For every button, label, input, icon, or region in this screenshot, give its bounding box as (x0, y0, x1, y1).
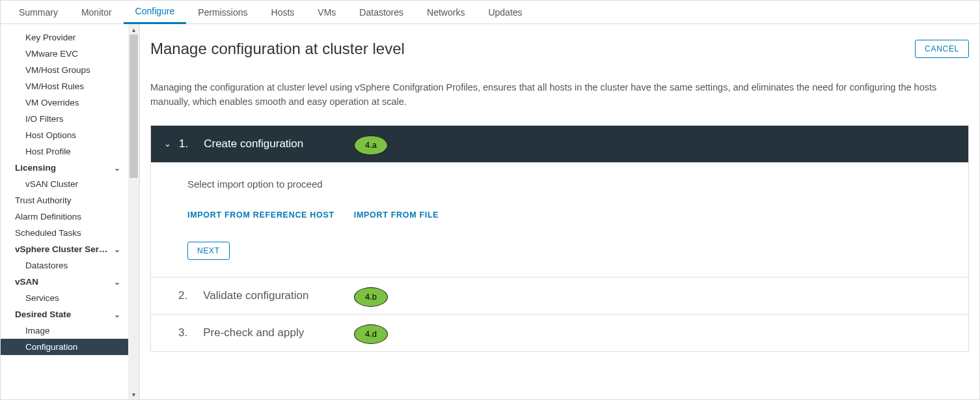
tab-updates[interactable]: Updates (476, 1, 534, 24)
next-button[interactable]: NEXT (187, 242, 230, 260)
cancel-button[interactable]: CANCEL (915, 40, 969, 58)
tab-vms[interactable]: VMs (306, 1, 347, 24)
annotation-4a: 4.a (354, 136, 388, 155)
step-title: Pre-check and apply (203, 326, 304, 339)
tab-hosts[interactable]: Hosts (260, 1, 306, 24)
step-body-create-config: Select import option to proceed IMPORT F… (151, 162, 968, 277)
sidebar-item-vsphere-cluster-ser[interactable]: vSphere Cluster Ser…⌄ (1, 241, 128, 257)
page-description: Managing the configuration at cluster le… (150, 80, 969, 109)
tab-permissions[interactable]: Permissions (186, 1, 259, 24)
tab-datastores[interactable]: Datastores (347, 1, 415, 24)
sidebar-item-vm-host-groups[interactable]: VM/Host Groups (1, 62, 128, 78)
sidebar-group-label: vSphere Cluster Ser… (15, 244, 108, 254)
sidebar-item-host-profile[interactable]: Host Profile (1, 143, 128, 160)
sidebar-group-label: Licensing (15, 163, 56, 173)
sidebar-item-vsan[interactable]: vSAN⌄ (1, 274, 128, 290)
step-header-validate-config[interactable]: 2. Validate configuration 4.b (151, 277, 968, 314)
import-options: IMPORT FROM REFERENCE HOST IMPORT FROM F… (187, 209, 932, 220)
tab-networks[interactable]: Networks (415, 1, 476, 24)
sidebar-item-scheduled-tasks[interactable]: Scheduled Tasks (1, 225, 128, 241)
sidebar-item-services[interactable]: Services (1, 290, 128, 306)
annotation-4b: 4.b (354, 287, 388, 307)
scroll-thumb[interactable] (129, 35, 138, 178)
import-from-file-button[interactable]: IMPORT FROM FILE (354, 210, 439, 220)
wizard-steps: ⌄ 1. Create configuration 4.a Select imp… (150, 125, 969, 352)
chevron-down-icon: ⌄ (114, 245, 123, 254)
next-button-row: NEXT (187, 242, 932, 260)
scroll-down-icon[interactable]: ▾ (128, 389, 139, 399)
sidebar-item-vm-host-rules[interactable]: VM/Host Rules (1, 78, 128, 94)
sidebar-item-vsan-cluster[interactable]: vSAN Cluster (1, 176, 128, 192)
sidebar-item-i-o-filters[interactable]: I/O Filters (1, 111, 128, 127)
sidebar-group-label: Desired State (15, 309, 71, 319)
sidebar-item-configuration[interactable]: Configuration (1, 339, 128, 355)
step-title: Validate configuration (203, 289, 308, 302)
main-panel: Manage configuration at cluster level CA… (140, 24, 979, 399)
tab-summary[interactable]: Summary (7, 1, 70, 24)
sidebar-item-alarm-definitions[interactable]: Alarm Definitions (1, 208, 128, 225)
step-number: 2. (178, 289, 187, 302)
scroll-up-icon[interactable]: ▴ (128, 24, 139, 35)
sidebar-scrollbar[interactable]: ▴ ▾ (128, 24, 139, 399)
chevron-down-icon: ⌄ (114, 164, 123, 173)
sidebar-container: Key ProviderVMware EVCVM/Host GroupsVM/H… (1, 24, 140, 399)
sidebar-item-host-options[interactable]: Host Options (1, 127, 128, 143)
sidebar-group-label: vSAN (15, 277, 38, 287)
step-header-precheck-apply[interactable]: 3. Pre-check and apply 4.d (151, 314, 968, 351)
tab-bar: SummaryMonitorConfigurePermissionsHostsV… (1, 1, 979, 24)
page-title: Manage configuration at cluster level (150, 40, 405, 58)
step-title: Create configuration (204, 137, 303, 150)
step-header-create-config[interactable]: ⌄ 1. Create configuration 4.a (151, 126, 968, 162)
annotation-4d: 4.d (354, 324, 388, 344)
sidebar-item-vmware-evc[interactable]: VMware EVC (1, 46, 128, 62)
main-header: Manage configuration at cluster level CA… (150, 40, 969, 58)
sidebar-item-trust-authority[interactable]: Trust Authority (1, 192, 128, 208)
content-area: Key ProviderVMware EVCVM/Host GroupsVM/H… (1, 24, 979, 399)
sidebar-item-licensing[interactable]: Licensing⌄ (1, 160, 128, 176)
tab-configure[interactable]: Configure (124, 1, 187, 24)
sidebar-item-vm-overrides[interactable]: VM Overrides (1, 94, 128, 111)
sidebar-item-desired-state[interactable]: Desired State⌄ (1, 306, 128, 322)
tab-monitor[interactable]: Monitor (70, 1, 124, 24)
step-number: 3. (178, 326, 187, 339)
chevron-down-icon: ⌄ (114, 310, 123, 319)
sidebar: Key ProviderVMware EVCVM/Host GroupsVM/H… (1, 24, 128, 399)
step-instruction: Select import option to proceed (187, 179, 932, 190)
sidebar-item-key-provider[interactable]: Key Provider (1, 29, 128, 46)
chevron-down-icon: ⌄ (114, 278, 123, 287)
step-number: 1. (179, 137, 188, 150)
chevron-down-icon: ⌄ (164, 139, 171, 149)
sidebar-item-datastores[interactable]: Datastores (1, 257, 128, 274)
sidebar-item-image[interactable]: Image (1, 322, 128, 339)
import-from-host-button[interactable]: IMPORT FROM REFERENCE HOST (187, 210, 334, 220)
